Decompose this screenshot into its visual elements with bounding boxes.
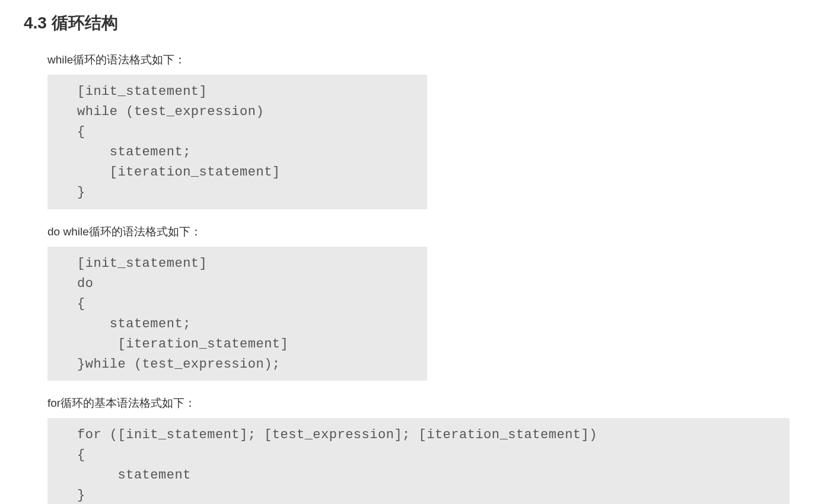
while-code-block: [init_statement] while (test_expression)…	[47, 75, 427, 209]
section-heading: 4.3 循环结构	[24, 12, 797, 34]
dowhile-code-block: [init_statement] do { statement; [iterat…	[47, 247, 427, 381]
content-container: while循环的语法格式如下： [init_statement] while (…	[47, 52, 797, 504]
while-description: while循环的语法格式如下：	[47, 52, 797, 68]
dowhile-description: do while循环的语法格式如下：	[47, 224, 797, 240]
for-description: for循环的基本语法格式如下：	[47, 395, 797, 411]
for-code-block: for ([init_statement]; [test_expression]…	[47, 418, 790, 504]
